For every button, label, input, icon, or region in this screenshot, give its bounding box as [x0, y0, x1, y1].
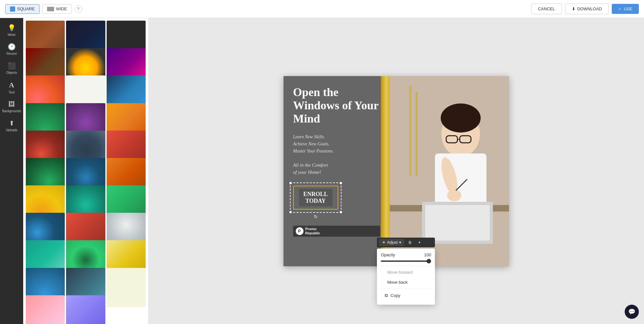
- sidebar-item-recent-label: Recent: [6, 52, 17, 55]
- thumbnail-item[interactable]: [107, 268, 146, 307]
- uploads-icon: ⬆: [9, 119, 14, 127]
- sidebar-item-backgrounds-label: Backgrounds: [2, 109, 21, 113]
- main-layout: 💡 Ideas 🕐 Recent ⬛ Objects A Text 🖼 Back…: [0, 18, 644, 324]
- opacity-slider-thumb[interactable]: [427, 259, 431, 263]
- copy-item[interactable]: ⧉ Copy: [381, 290, 431, 301]
- resize-handle-bl[interactable]: [289, 211, 292, 214]
- format-buttons: SQUARE WIDE ?: [5, 4, 82, 14]
- opacity-label: Opacity: [381, 252, 395, 257]
- thumbnail-item[interactable]: [26, 295, 65, 324]
- sidebar-item-objects[interactable]: ⬛ Objects: [0, 59, 23, 78]
- square-icon: [10, 6, 15, 12]
- resize-handle-tr[interactable]: [339, 182, 342, 185]
- sidebar-item-uploads-label: Uploads: [6, 128, 18, 132]
- format-wide-button[interactable]: WIDE: [42, 4, 72, 14]
- objects-icon: ⬛: [8, 62, 16, 70]
- use-label: USE: [624, 6, 632, 11]
- use-button[interactable]: ✓ USE: [612, 4, 639, 14]
- copy-icon: ⧉: [385, 293, 388, 298]
- download-label: DOWNLOAD: [577, 6, 602, 11]
- promo-logo-icon: P: [296, 227, 303, 235]
- context-popup: ☀ Adjust ▾ 🗑 ▾ Opacity 100: [377, 238, 435, 305]
- canvas-extra-text: All in the Comfortof your Home!: [293, 162, 380, 176]
- popup-toolbar: ☀ Adjust ▾ 🗑 ▾: [377, 238, 435, 247]
- ideas-icon: 💡: [8, 24, 16, 32]
- top-bar: SQUARE WIDE ? CANCEL ⬇ DOWNLOAD ✓ USE: [0, 0, 644, 18]
- menu-divider: [381, 266, 431, 266]
- svg-rect-2: [416, 92, 418, 176]
- format-wide-label: WIDE: [56, 6, 67, 11]
- sidebar-item-uploads[interactable]: ⬆ Uploads: [0, 116, 23, 135]
- adjust-chevron: ▾: [399, 240, 401, 245]
- enroll-button-container[interactable]: ENROLLTODAY ↻: [293, 186, 338, 210]
- menu-divider-2: [381, 289, 431, 289]
- thumbnail-panel: [23, 18, 148, 324]
- svg-rect-1: [409, 86, 412, 176]
- chat-bubble-button[interactable]: 💬: [625, 305, 639, 319]
- canvas-area[interactable]: Open the Windows of Your Mind Learn New …: [148, 18, 644, 324]
- thumbnail-item[interactable]: [66, 295, 105, 324]
- checkmark-icon: ✓: [618, 6, 622, 11]
- canvas-subtext: Learn New Skills.Achieve New Goals.Maste…: [293, 133, 380, 155]
- adjust-label: Adjust: [387, 240, 398, 245]
- format-square-button[interactable]: SQUARE: [5, 4, 40, 14]
- copy-label: Copy: [390, 293, 400, 298]
- resize-handle-br[interactable]: [339, 211, 342, 214]
- backgrounds-icon: 🖼: [8, 101, 15, 108]
- opacity-row: Opacity 100: [381, 252, 431, 257]
- popup-panel: Opacity 100 Move forward Move back: [377, 249, 435, 305]
- sidebar-item-backgrounds[interactable]: 🖼 Backgrounds: [0, 97, 23, 116]
- more-options-button[interactable]: ▾: [416, 239, 423, 246]
- format-square-label: SQUARE: [17, 6, 35, 11]
- sidebar-item-ideas[interactable]: 💡 Ideas: [0, 21, 23, 40]
- sidebar: 💡 Ideas 🕐 Recent ⬛ Objects A Text 🖼 Back…: [0, 18, 23, 324]
- selection-box: ↻: [290, 182, 341, 213]
- promo-line2: Republic: [305, 231, 320, 235]
- move-back-label: Move back: [387, 280, 408, 285]
- sidebar-item-objects-label: Objects: [6, 71, 17, 74]
- delete-icon: 🗑: [408, 240, 412, 245]
- promo-republic-logo: P Promo Republic: [293, 226, 380, 237]
- recent-icon: 🕐: [8, 43, 16, 51]
- chat-icon: 💬: [628, 308, 635, 315]
- cancel-button[interactable]: CANCEL: [531, 4, 562, 14]
- delete-button[interactable]: 🗑: [406, 239, 415, 246]
- svg-point-13: [447, 190, 461, 201]
- adjust-button[interactable]: ☀ Adjust ▾: [379, 239, 404, 246]
- opacity-slider-track[interactable]: [381, 260, 431, 262]
- canvas-headline: Open the Windows of Your Mind: [293, 86, 380, 126]
- resize-handle-tl[interactable]: [289, 182, 292, 185]
- more-icon: ▾: [418, 240, 420, 245]
- svg-point-5: [441, 103, 481, 133]
- sidebar-item-text-label: Text: [9, 91, 14, 94]
- sidebar-item-text[interactable]: A Text: [0, 78, 23, 97]
- action-buttons: CANCEL ⬇ DOWNLOAD ✓ USE: [531, 4, 639, 14]
- help-icon: ?: [77, 7, 80, 11]
- move-forward-label: Move forward: [387, 270, 413, 275]
- rotate-handle[interactable]: ↻: [314, 214, 318, 219]
- promo-icon-letter: P: [298, 229, 301, 233]
- download-icon: ⬇: [572, 6, 575, 11]
- promo-line1: Promo: [305, 227, 317, 231]
- move-back-item[interactable]: Move back: [381, 277, 431, 287]
- sidebar-item-recent[interactable]: 🕐 Recent: [0, 40, 23, 59]
- opacity-value: 100: [424, 252, 431, 257]
- move-forward-item: Move forward: [381, 267, 431, 277]
- sidebar-item-ideas-label: Ideas: [8, 33, 15, 36]
- text-icon: A: [9, 81, 14, 89]
- wide-icon: [47, 7, 54, 11]
- download-button[interactable]: ⬇ DOWNLOAD: [565, 4, 609, 14]
- adjust-icon: ☀: [382, 240, 386, 245]
- svg-rect-11: [425, 205, 490, 241]
- help-button[interactable]: ?: [74, 5, 82, 13]
- opacity-slider-fill: [381, 260, 431, 262]
- promo-logo-text: Promo Republic: [305, 227, 320, 235]
- canvas-left-panel: Open the Windows of Your Mind Learn New …: [284, 76, 390, 266]
